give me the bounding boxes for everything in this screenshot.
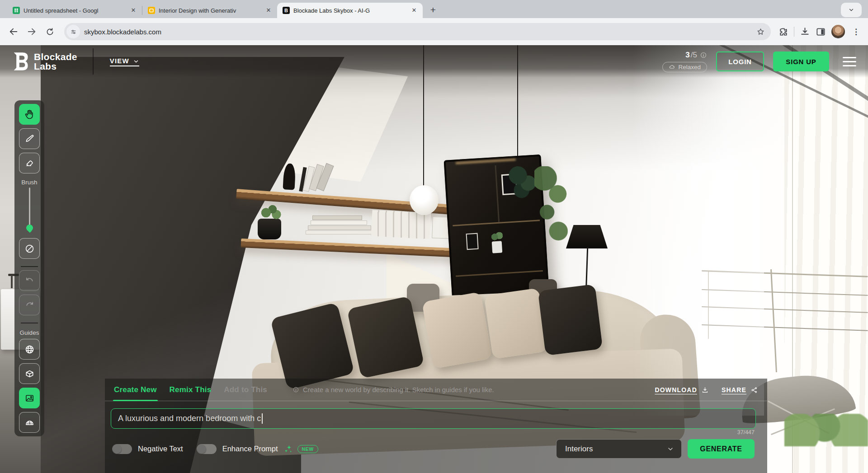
download-label: DOWNLOAD [655,386,697,393]
redo-icon [24,300,35,310]
download-button[interactable]: DOWNLOAD [655,386,709,394]
close-tab-icon[interactable]: ✕ [410,6,418,14]
prompt-text: A luxurious and modern bedroom with c [118,414,261,423]
site-info-button[interactable] [66,25,80,38]
brand-line-1: Blockade [34,52,77,61]
book-stack [312,215,362,220]
guide-cube-button[interactable] [19,363,40,384]
tab-create-new[interactable]: Create New [114,385,157,394]
login-button[interactable]: LOGIN [716,52,764,71]
clear-sketch-button[interactable] [19,238,40,259]
toolbar-divider [794,27,794,37]
browser-menu-icon[interactable]: ⋮ [850,27,862,37]
relaxed-mode-badge[interactable]: Relaxed [662,62,707,72]
download-icon [701,386,709,394]
site-settings-icon [70,28,77,36]
profile-avatar[interactable] [831,25,845,38]
signup-button[interactable]: SIGN UP [773,52,829,71]
chevron-down-icon [667,445,674,453]
window-haze [633,163,764,416]
enhance-prompt-toggle[interactable] [197,444,217,454]
slider-thumb[interactable] [26,225,33,231]
prompt-hint: Create a new world by describing it. Ske… [292,386,494,393]
back-button[interactable] [6,24,21,39]
hand-icon [24,109,35,120]
blockade-labs-favicon: B [283,7,290,14]
credits-used: 3 [685,51,689,60]
extensions-icon[interactable] [778,27,788,37]
toggle-knob [113,445,122,454]
guide-image-button[interactable] [19,388,40,408]
google-slides-icon [148,7,155,14]
info-icon [292,386,299,393]
share-icon [750,386,758,394]
side-panel-icon[interactable] [816,27,826,37]
new-tab-button[interactable]: + [426,4,440,17]
tab-list-chevron-button[interactable] [841,3,862,17]
book-stack [308,225,371,230]
hanging-plant [534,166,568,245]
reload-button[interactable] [42,24,57,39]
prompt-input[interactable]: A luxurious and modern bedroom with c [111,408,756,429]
google-sheets-icon [13,7,20,14]
browser-window: Untitled spreadsheet - Googl ✕ Interior … [0,0,868,473]
menu-icon[interactable] [843,57,856,66]
site-header: Blockade Labs VIEW 3/5 Relaxed [0,45,868,78]
pan-tool-button[interactable] [19,104,40,125]
blockade-logo-icon [12,52,29,71]
guide-globe-button[interactable] [19,339,40,360]
brush-size-label: Brush [21,179,37,186]
generate-button[interactable]: GENERATE [688,439,755,459]
wall-lamp [11,276,13,288]
tab-blockade-labs[interactable]: B Blockade Labs Skybox - AI-G ✕ [277,3,423,18]
style-dropdown[interactable]: Interiors [556,439,682,459]
brush-size-slider[interactable] [19,186,40,230]
tab-title: Untitled spreadsheet - Googl [24,7,126,14]
credits-total: /5 [691,51,697,60]
back-arrow-icon [9,27,19,37]
negative-text-label: Negative Text [138,445,183,453]
negative-text-toggle[interactable] [112,444,132,454]
style-selected-value: Interiors [565,445,593,454]
ban-icon [24,244,35,254]
tab-untitled-spreadsheet[interactable]: Untitled spreadsheet - Googl ✕ [7,3,142,18]
redo-button[interactable] [19,295,40,315]
url-text[interactable]: skybox.blockadelabs.com [84,28,756,36]
tab-remix-this[interactable]: Remix This [170,385,212,394]
brush-tool-button[interactable] [19,128,40,149]
undo-icon [24,275,35,286]
downloads-icon[interactable] [800,27,810,37]
prompt-panel: Create New Remix This Add to This Create… [105,379,767,473]
enhance-prompt-label: Enhance Prompt [222,445,278,453]
guide-dome-button[interactable] [19,412,40,433]
share-button[interactable]: SHARE [722,386,758,394]
share-label: SHARE [722,386,746,393]
tab-add-to-this: Add to This [224,385,267,394]
address-bar[interactable]: skybox.blockadelabs.com [64,23,771,40]
cube-icon [24,369,35,379]
info-icon[interactable] [700,52,707,59]
globe-icon [24,344,35,355]
brand-line-2: Labs [34,61,77,71]
undo-button[interactable] [19,270,40,291]
eraser-icon [24,158,35,169]
bookmark-star-icon[interactable] [756,27,765,37]
brush-icon [24,134,35,144]
tab-interior-design[interactable]: Interior Design with Generativ ✕ [142,3,277,18]
forward-button[interactable] [24,24,39,39]
view-menu[interactable]: VIEW [110,57,139,66]
browser-toolbar: skybox.blockadelabs.com ⋮ [0,18,868,45]
pillow [538,284,603,356]
hint-text: Create a new world by describing it. Ske… [303,386,494,393]
tab-strip: Untitled spreadsheet - Googl ✕ Interior … [0,0,868,18]
tab-title: Blockade Labs Skybox - AI-G [293,7,406,14]
close-tab-icon[interactable]: ✕ [264,6,273,14]
tab-title: Interior Design with Generativ [159,7,261,14]
eraser-tool-button[interactable] [19,153,40,173]
tool-rail: Brush Guides [14,100,44,436]
plant [259,203,281,220]
blockade-labs-logo[interactable]: Blockade Labs [12,52,77,71]
relaxed-label: Relaxed [678,64,701,70]
close-tab-icon[interactable]: ✕ [129,6,137,14]
credits-indicator: 3/5 Relaxed [662,51,707,72]
